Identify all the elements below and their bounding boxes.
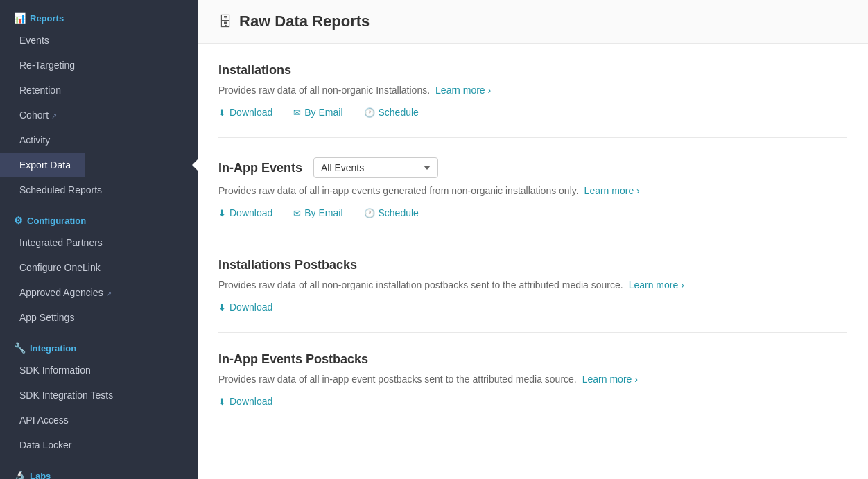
- download-button-installations-postbacks[interactable]: ⬇Download: [218, 302, 272, 313]
- events-dropdown-in-app-events[interactable]: All Events: [313, 157, 438, 178]
- sidebar-item-label-approved-agencies: Approved Agencies ↗: [19, 287, 112, 298]
- sidebar-item-configure-onelink[interactable]: Configure OneLink: [0, 255, 114, 280]
- reports-section-label: Reports: [30, 13, 64, 24]
- learn-more-link-in-app-events-postbacks[interactable]: Learn more ›: [582, 374, 638, 385]
- report-title-text-in-app-events-postbacks: In-App Events Postbacks: [218, 352, 368, 367]
- sidebar-item-retargeting[interactable]: Re-Targeting: [0, 53, 89, 78]
- sidebar-item-activity[interactable]: Activity: [0, 128, 64, 153]
- main-header: 🗄 Raw Data Reports: [198, 0, 868, 44]
- download-button-installations[interactable]: ⬇Download: [218, 107, 272, 118]
- schedule-button-in-app-events[interactable]: 🕐Schedule: [364, 207, 419, 218]
- reports-container: InstallationsProvides raw data of all no…: [198, 44, 868, 426]
- integration-section-icon: 🔧: [14, 342, 26, 354]
- sidebar-item-label-events: Events: [19, 35, 49, 46]
- external-link-icon: ↗: [106, 290, 112, 297]
- download-icon: ⬇: [218, 302, 226, 313]
- download-icon: ⬇: [218, 107, 226, 118]
- report-title-text-installations: Installations: [218, 63, 291, 78]
- by-email-label: By Email: [304, 207, 342, 218]
- sidebar-item-cohort[interactable]: Cohort ↗: [0, 103, 71, 128]
- sidebar-item-label-retargeting: Re-Targeting: [19, 60, 75, 71]
- learn-more-link-installations-postbacks[interactable]: Learn more ›: [629, 279, 684, 290]
- sidebar-item-data-locker[interactable]: Data Locker: [0, 433, 85, 458]
- sidebar-item-export-data[interactable]: Export Data: [0, 153, 85, 177]
- sidebar-item-label-api-access: API Access: [19, 415, 69, 426]
- report-title-installations: Installations: [218, 63, 847, 78]
- report-section-installations-postbacks: Installations PostbacksProvides raw data…: [218, 238, 847, 333]
- sidebar-item-label-retention: Retention: [19, 85, 61, 96]
- external-link-icon: ↗: [51, 112, 57, 120]
- schedule-icon: 🕐: [364, 208, 375, 218]
- sidebar-item-label-export-data: Export Data: [19, 159, 71, 171]
- sidebar-item-approved-agencies[interactable]: Approved Agencies ↗: [0, 280, 125, 305]
- sidebar: 📊ReportsEventsRe-TargetingRetentionCohor…: [0, 0, 198, 479]
- download-button-in-app-events[interactable]: ⬇Download: [218, 207, 272, 218]
- report-desc-installations-postbacks: Provides raw data of all non-organic ins…: [218, 279, 847, 290]
- download-label: Download: [229, 302, 272, 313]
- labs-section-label: Labs: [30, 471, 51, 480]
- database-icon: 🗄: [218, 14, 232, 30]
- report-desc-text-installations-postbacks: Provides raw data of all non-organic ins…: [218, 279, 623, 290]
- report-title-text-in-app-events: In-App Events: [218, 161, 302, 175]
- schedule-icon: 🕐: [364, 107, 375, 118]
- by-email-button-installations[interactable]: ✉By Email: [293, 107, 342, 118]
- active-arrow-indicator: [192, 159, 198, 171]
- action-row-in-app-events: ⬇Download✉By Email🕐Schedule: [218, 207, 847, 218]
- download-button-in-app-events-postbacks[interactable]: ⬇Download: [218, 396, 272, 407]
- sidebar-item-events[interactable]: Events: [0, 28, 63, 53]
- sidebar-item-label-activity: Activity: [19, 134, 50, 146]
- sidebar-item-label-sdk-information: SDK Information: [19, 365, 91, 376]
- sidebar-item-label-data-locker: Data Locker: [19, 439, 71, 451]
- by-email-button-in-app-events[interactable]: ✉By Email: [293, 207, 342, 218]
- sidebar-item-sdk-integration-tests[interactable]: SDK Integration Tests: [0, 383, 127, 408]
- download-label: Download: [229, 396, 272, 407]
- sidebar-section-labs: 🔬Labs: [0, 458, 198, 479]
- sidebar-item-label-configure-onelink: Configure OneLink: [19, 262, 101, 273]
- download-icon: ⬇: [218, 397, 226, 407]
- sidebar-item-label-app-settings: App Settings: [19, 312, 74, 323]
- report-desc-text-in-app-events: Provides raw data of all in-app events g…: [218, 185, 579, 196]
- by-email-icon: ✉: [293, 107, 301, 118]
- learn-more-link-installations[interactable]: Learn more ›: [435, 85, 491, 96]
- sidebar-item-api-access[interactable]: API Access: [0, 408, 83, 433]
- integration-section-label: Integration: [30, 343, 76, 354]
- sidebar-item-label-cohort: Cohort ↗: [19, 110, 57, 121]
- schedule-label: Schedule: [379, 207, 419, 218]
- schedule-label: Schedule: [379, 107, 419, 118]
- report-desc-in-app-events: Provides raw data of all in-app events g…: [218, 185, 847, 196]
- report-desc-installations: Provides raw data of all non-organic Ins…: [218, 85, 847, 96]
- report-desc-text-in-app-events-postbacks: Provides raw data of all in-app event po…: [218, 374, 577, 385]
- report-title-in-app-events: In-App EventsAll Events: [218, 157, 847, 178]
- by-email-label: By Email: [304, 107, 342, 118]
- sidebar-item-label-scheduled-reports: Scheduled Reports: [19, 184, 102, 195]
- action-row-installations: ⬇Download✉By Email🕐Schedule: [218, 107, 847, 118]
- sidebar-item-app-settings[interactable]: App Settings: [0, 305, 88, 330]
- sidebar-item-label-sdk-integration-tests: SDK Integration Tests: [19, 390, 113, 401]
- schedule-button-installations[interactable]: 🕐Schedule: [364, 107, 419, 118]
- report-title-text-installations-postbacks: Installations Postbacks: [218, 258, 357, 272]
- sidebar-section-integration: 🔧Integration: [0, 330, 198, 358]
- labs-section-icon: 🔬: [14, 470, 26, 479]
- page-title: Raw Data Reports: [239, 12, 370, 31]
- download-icon: ⬇: [218, 208, 226, 218]
- sidebar-item-retention[interactable]: Retention: [0, 78, 75, 103]
- report-title-in-app-events-postbacks: In-App Events Postbacks: [218, 352, 847, 367]
- report-section-installations: InstallationsProvides raw data of all no…: [218, 44, 847, 138]
- sidebar-item-integrated-partners[interactable]: Integrated Partners: [0, 230, 116, 255]
- main-content: 🗄 Raw Data Reports InstallationsProvides…: [198, 0, 868, 479]
- configuration-section-label: Configuration: [27, 216, 86, 226]
- report-section-in-app-events: In-App EventsAll EventsProvides raw data…: [218, 138, 847, 238]
- action-row-installations-postbacks: ⬇Download: [218, 302, 847, 313]
- download-label: Download: [229, 107, 272, 118]
- download-label: Download: [229, 207, 272, 218]
- learn-more-link-in-app-events[interactable]: Learn more ›: [584, 185, 640, 196]
- sidebar-item-label-integrated-partners: Integrated Partners: [19, 237, 103, 248]
- sidebar-item-scheduled-reports[interactable]: Scheduled Reports: [0, 177, 116, 202]
- report-section-in-app-events-postbacks: In-App Events PostbacksProvides raw data…: [218, 333, 847, 426]
- sidebar-item-sdk-information[interactable]: SDK Information: [0, 358, 105, 383]
- report-desc-text-installations: Provides raw data of all non-organic Ins…: [218, 85, 430, 96]
- configuration-section-icon: ⚙: [14, 215, 23, 226]
- sidebar-section-configuration: ⚙Configuration: [0, 202, 198, 230]
- sidebar-section-reports: 📊Reports: [0, 0, 198, 28]
- report-title-installations-postbacks: Installations Postbacks: [218, 258, 847, 272]
